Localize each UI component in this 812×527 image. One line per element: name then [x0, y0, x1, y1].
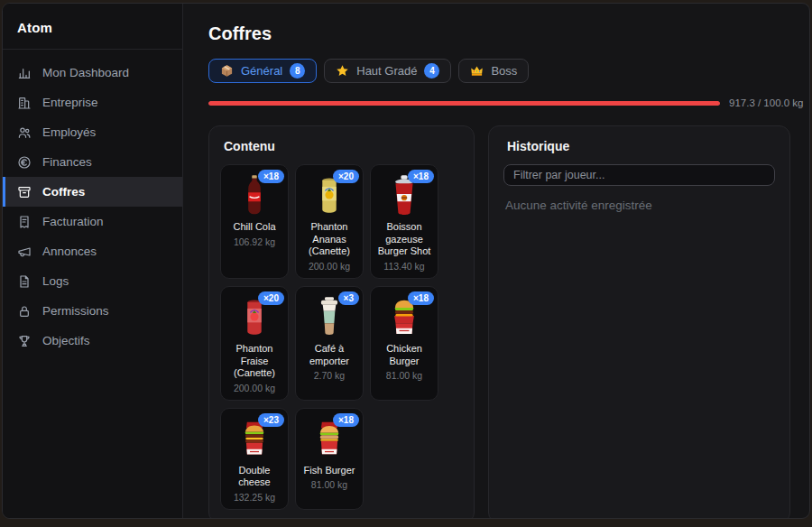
sidebar-item-label: Objectifs: [42, 334, 90, 347]
history-filter-input[interactable]: [503, 164, 775, 186]
item-quantity-badge: ×3: [338, 291, 359, 305]
tab-label: Boss: [491, 64, 517, 78]
sidebar-item-label: Employés: [42, 125, 96, 139]
item-name: Chicken Burger: [374, 343, 435, 367]
capacity-progress-fill: [208, 101, 720, 106]
sidebar-item-label: Logs: [42, 274, 69, 288]
capacity-label: 917.3 / 100.0 kg: [729, 97, 803, 108]
vault-icon: [17, 185, 32, 199]
dashboard-icon: [17, 66, 32, 80]
history-panel-title: Historique: [503, 139, 775, 153]
item-card[interactable]: ×18Boisson gazeuse Burger Shot113.40 kg: [370, 164, 438, 279]
sidebar-item-finances[interactable]: Finances: [3, 147, 182, 177]
tab-g-n-ral[interactable]: Général8: [208, 59, 317, 83]
sidebar-item-entreprise[interactable]: Entreprise: [3, 88, 182, 117]
capacity-progressbar: [208, 101, 720, 106]
lock-icon: [17, 304, 32, 319]
item-quantity-badge: ×18: [408, 291, 434, 305]
item-card[interactable]: ×18Chicken Burger81.00 kg: [370, 286, 438, 401]
item-card[interactable]: ×20Phanton Ananas (Canette)200.00 kg: [295, 164, 364, 279]
sidebar-item-permissions[interactable]: Permissions: [3, 296, 182, 326]
item-weight: 81.00 kg: [386, 370, 422, 381]
content-panel: Contenu ×18Chill Cola106.92 kg×20Phanton…: [208, 125, 475, 518]
sidebar-item-coffres[interactable]: Coffres: [3, 177, 182, 207]
coffre-tabs: Général8Haut Gradé4Boss: [208, 59, 790, 83]
megaphone-icon: [17, 245, 32, 259]
item-quantity-badge: ×23: [258, 413, 284, 427]
building-icon: [17, 96, 32, 110]
brand-title: Atom: [3, 4, 182, 50]
sidebar-item-label: Finances: [42, 155, 92, 169]
crown-icon: [470, 64, 484, 78]
star-icon: [336, 64, 349, 78]
sidebar: Atom Mon DashboardEntrepriseEmployésFina…: [3, 4, 183, 518]
trophy-icon: [17, 334, 32, 348]
sidebar-item-annonces[interactable]: Annonces: [3, 236, 182, 266]
sidebar-item-label: Facturation: [42, 215, 104, 228]
sidebar-item-label: Permissions: [42, 304, 109, 318]
item-name: Fish Burger: [304, 465, 355, 477]
panels-row: Contenu ×18Chill Cola106.92 kg×20Phanton…: [208, 125, 790, 518]
item-name: Boisson gazeuse Burger Shot: [374, 221, 435, 258]
sidebar-item-mon-dashboard[interactable]: Mon Dashboard: [3, 58, 182, 88]
app-window: Atom Mon DashboardEntrepriseEmployésFina…: [2, 3, 810, 519]
item-card[interactable]: ×20Phanton Fraise (Canette)200.00 kg: [220, 286, 289, 401]
item-name: Double cheese: [224, 465, 285, 489]
content-panel-title: Contenu: [220, 139, 463, 153]
tab-haut-grad-[interactable]: Haut Gradé4: [324, 59, 451, 83]
package-icon: [220, 64, 234, 78]
sidebar-item-objectifs[interactable]: Objectifs: [3, 326, 182, 356]
main-content: Coffres Général8Haut Gradé4Boss 917.3 / …: [183, 4, 809, 518]
logs-icon: [17, 274, 32, 289]
sidebar-item-label: Annonces: [42, 245, 97, 258]
item-quantity-badge: ×20: [258, 291, 284, 305]
item-weight: 2.70 kg: [314, 370, 345, 381]
sidebar-item-logs[interactable]: Logs: [3, 266, 182, 296]
item-quantity-badge: ×18: [333, 413, 359, 427]
sidebar-item-label: Mon Dashboard: [42, 66, 129, 79]
tab-label: Haut Gradé: [356, 64, 417, 78]
item-quantity-badge: ×18: [258, 170, 284, 183]
sidebar-nav: Mon DashboardEntrepriseEmployésFinancesC…: [3, 50, 182, 356]
users-icon: [17, 125, 32, 140]
item-name: Café à emporter: [299, 343, 360, 367]
item-card[interactable]: ×3Café à emporter2.70 kg: [295, 286, 364, 401]
item-quantity-badge: ×20: [333, 170, 359, 183]
tab-label: Général: [241, 64, 282, 78]
euro-icon: [17, 155, 32, 170]
item-weight: 81.00 kg: [311, 479, 347, 490]
sidebar-item-employ-s[interactable]: Employés: [3, 117, 182, 147]
item-quantity-badge: ×18: [408, 170, 434, 183]
tab-count-badge: 4: [424, 63, 439, 79]
sidebar-item-label: Coffres: [42, 185, 85, 199]
item-weight: 132.25 kg: [234, 492, 275, 503]
item-name: Chill Cola: [233, 221, 275, 234]
tab-boss[interactable]: Boss: [458, 59, 529, 83]
page-title: Coffres: [208, 23, 790, 44]
tab-count-badge: 8: [290, 63, 305, 79]
item-weight: 200.00 kg: [234, 383, 275, 393]
sidebar-item-facturation[interactable]: Facturation: [3, 207, 182, 236]
item-name: Phanton Fraise (Canette): [224, 343, 285, 380]
item-cards-grid: ×18Chill Cola106.92 kg×20Phanton Ananas …: [220, 164, 463, 510]
history-panel: Historique Aucune activité enregistrée: [488, 125, 790, 518]
item-card[interactable]: ×18Fish Burger81.00 kg: [295, 408, 364, 510]
history-empty-text: Aucune activité enregistrée: [503, 199, 775, 212]
item-weight: 113.40 kg: [383, 261, 424, 272]
item-card[interactable]: ×23Double cheese132.25 kg: [220, 408, 289, 510]
sidebar-item-label: Entreprise: [42, 96, 98, 109]
capacity-row: 917.3 / 100.0 kg: [208, 97, 790, 108]
item-name: Phanton Ananas (Canette): [299, 221, 360, 258]
item-weight: 106.92 kg: [234, 236, 275, 247]
item-card[interactable]: ×18Chill Cola106.92 kg: [220, 164, 289, 279]
item-weight: 200.00 kg: [309, 261, 350, 272]
invoice-icon: [17, 215, 32, 229]
